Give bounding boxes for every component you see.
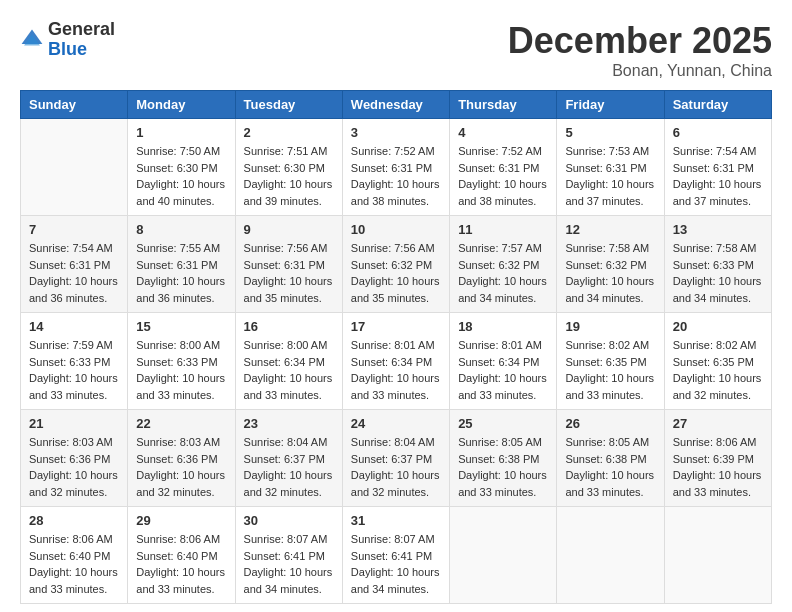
day-info: Sunrise: 7:52 AM Sunset: 6:31 PM Dayligh… <box>458 143 548 209</box>
day-number: 9 <box>244 222 334 237</box>
calendar-day-11: 11Sunrise: 7:57 AM Sunset: 6:32 PM Dayli… <box>450 216 557 313</box>
page-header: General Blue December 2025 Bonan, Yunnan… <box>20 20 772 80</box>
day-info: Sunrise: 8:00 AM Sunset: 6:33 PM Dayligh… <box>136 337 226 403</box>
day-info: Sunrise: 7:51 AM Sunset: 6:30 PM Dayligh… <box>244 143 334 209</box>
calendar-week-4: 21Sunrise: 8:03 AM Sunset: 6:36 PM Dayli… <box>21 410 772 507</box>
day-number: 6 <box>673 125 763 140</box>
day-info: Sunrise: 8:01 AM Sunset: 6:34 PM Dayligh… <box>458 337 548 403</box>
logo-icon <box>20 28 44 52</box>
calendar-day-19: 19Sunrise: 8:02 AM Sunset: 6:35 PM Dayli… <box>557 313 664 410</box>
calendar-day-5: 5Sunrise: 7:53 AM Sunset: 6:31 PM Daylig… <box>557 119 664 216</box>
calendar-day-empty <box>664 507 771 604</box>
weekday-header-sunday: Sunday <box>21 91 128 119</box>
calendar-day-27: 27Sunrise: 8:06 AM Sunset: 6:39 PM Dayli… <box>664 410 771 507</box>
day-number: 20 <box>673 319 763 334</box>
calendar-day-14: 14Sunrise: 7:59 AM Sunset: 6:33 PM Dayli… <box>21 313 128 410</box>
day-info: Sunrise: 8:03 AM Sunset: 6:36 PM Dayligh… <box>136 434 226 500</box>
calendar-table: SundayMondayTuesdayWednesdayThursdayFrid… <box>20 90 772 604</box>
day-info: Sunrise: 8:01 AM Sunset: 6:34 PM Dayligh… <box>351 337 441 403</box>
day-info: Sunrise: 7:56 AM Sunset: 6:32 PM Dayligh… <box>351 240 441 306</box>
day-info: Sunrise: 8:07 AM Sunset: 6:41 PM Dayligh… <box>351 531 441 597</box>
day-info: Sunrise: 7:58 AM Sunset: 6:32 PM Dayligh… <box>565 240 655 306</box>
day-info: Sunrise: 8:05 AM Sunset: 6:38 PM Dayligh… <box>458 434 548 500</box>
day-info: Sunrise: 7:57 AM Sunset: 6:32 PM Dayligh… <box>458 240 548 306</box>
day-number: 12 <box>565 222 655 237</box>
logo: General Blue <box>20 20 115 60</box>
weekday-header-friday: Friday <box>557 91 664 119</box>
day-number: 5 <box>565 125 655 140</box>
day-number: 19 <box>565 319 655 334</box>
day-number: 25 <box>458 416 548 431</box>
calendar-day-1: 1Sunrise: 7:50 AM Sunset: 6:30 PM Daylig… <box>128 119 235 216</box>
month-title: December 2025 <box>508 20 772 62</box>
day-info: Sunrise: 7:52 AM Sunset: 6:31 PM Dayligh… <box>351 143 441 209</box>
day-info: Sunrise: 8:05 AM Sunset: 6:38 PM Dayligh… <box>565 434 655 500</box>
day-info: Sunrise: 8:02 AM Sunset: 6:35 PM Dayligh… <box>565 337 655 403</box>
calendar-day-7: 7Sunrise: 7:54 AM Sunset: 6:31 PM Daylig… <box>21 216 128 313</box>
day-number: 29 <box>136 513 226 528</box>
day-info: Sunrise: 8:07 AM Sunset: 6:41 PM Dayligh… <box>244 531 334 597</box>
logo-text: General Blue <box>48 20 115 60</box>
calendar-day-empty <box>21 119 128 216</box>
calendar-day-15: 15Sunrise: 8:00 AM Sunset: 6:33 PM Dayli… <box>128 313 235 410</box>
calendar-day-16: 16Sunrise: 8:00 AM Sunset: 6:34 PM Dayli… <box>235 313 342 410</box>
calendar-day-20: 20Sunrise: 8:02 AM Sunset: 6:35 PM Dayli… <box>664 313 771 410</box>
day-number: 21 <box>29 416 119 431</box>
day-number: 1 <box>136 125 226 140</box>
location: Bonan, Yunnan, China <box>508 62 772 80</box>
day-number: 13 <box>673 222 763 237</box>
day-number: 17 <box>351 319 441 334</box>
weekday-header-saturday: Saturday <box>664 91 771 119</box>
logo-blue: Blue <box>48 39 87 59</box>
calendar-day-empty <box>557 507 664 604</box>
calendar-day-22: 22Sunrise: 8:03 AM Sunset: 6:36 PM Dayli… <box>128 410 235 507</box>
day-info: Sunrise: 8:06 AM Sunset: 6:40 PM Dayligh… <box>29 531 119 597</box>
day-info: Sunrise: 7:54 AM Sunset: 6:31 PM Dayligh… <box>29 240 119 306</box>
calendar-day-26: 26Sunrise: 8:05 AM Sunset: 6:38 PM Dayli… <box>557 410 664 507</box>
day-number: 18 <box>458 319 548 334</box>
day-number: 24 <box>351 416 441 431</box>
day-info: Sunrise: 8:04 AM Sunset: 6:37 PM Dayligh… <box>244 434 334 500</box>
day-number: 10 <box>351 222 441 237</box>
calendar-week-1: 1Sunrise: 7:50 AM Sunset: 6:30 PM Daylig… <box>21 119 772 216</box>
weekday-header-thursday: Thursday <box>450 91 557 119</box>
calendar-day-23: 23Sunrise: 8:04 AM Sunset: 6:37 PM Dayli… <box>235 410 342 507</box>
calendar-day-12: 12Sunrise: 7:58 AM Sunset: 6:32 PM Dayli… <box>557 216 664 313</box>
day-number: 7 <box>29 222 119 237</box>
calendar-day-17: 17Sunrise: 8:01 AM Sunset: 6:34 PM Dayli… <box>342 313 449 410</box>
day-number: 14 <box>29 319 119 334</box>
weekday-header-monday: Monday <box>128 91 235 119</box>
calendar-day-28: 28Sunrise: 8:06 AM Sunset: 6:40 PM Dayli… <box>21 507 128 604</box>
calendar-day-10: 10Sunrise: 7:56 AM Sunset: 6:32 PM Dayli… <box>342 216 449 313</box>
calendar-week-5: 28Sunrise: 8:06 AM Sunset: 6:40 PM Dayli… <box>21 507 772 604</box>
calendar-day-24: 24Sunrise: 8:04 AM Sunset: 6:37 PM Dayli… <box>342 410 449 507</box>
day-info: Sunrise: 8:02 AM Sunset: 6:35 PM Dayligh… <box>673 337 763 403</box>
calendar-day-3: 3Sunrise: 7:52 AM Sunset: 6:31 PM Daylig… <box>342 119 449 216</box>
day-info: Sunrise: 7:50 AM Sunset: 6:30 PM Dayligh… <box>136 143 226 209</box>
calendar-day-2: 2Sunrise: 7:51 AM Sunset: 6:30 PM Daylig… <box>235 119 342 216</box>
calendar-day-8: 8Sunrise: 7:55 AM Sunset: 6:31 PM Daylig… <box>128 216 235 313</box>
day-number: 15 <box>136 319 226 334</box>
day-number: 16 <box>244 319 334 334</box>
calendar-day-13: 13Sunrise: 7:58 AM Sunset: 6:33 PM Dayli… <box>664 216 771 313</box>
calendar-day-31: 31Sunrise: 8:07 AM Sunset: 6:41 PM Dayli… <box>342 507 449 604</box>
weekday-header-wednesday: Wednesday <box>342 91 449 119</box>
day-number: 30 <box>244 513 334 528</box>
day-info: Sunrise: 7:56 AM Sunset: 6:31 PM Dayligh… <box>244 240 334 306</box>
day-info: Sunrise: 8:00 AM Sunset: 6:34 PM Dayligh… <box>244 337 334 403</box>
day-info: Sunrise: 7:53 AM Sunset: 6:31 PM Dayligh… <box>565 143 655 209</box>
day-number: 27 <box>673 416 763 431</box>
calendar-day-21: 21Sunrise: 8:03 AM Sunset: 6:36 PM Dayli… <box>21 410 128 507</box>
day-info: Sunrise: 8:06 AM Sunset: 6:40 PM Dayligh… <box>136 531 226 597</box>
calendar-day-29: 29Sunrise: 8:06 AM Sunset: 6:40 PM Dayli… <box>128 507 235 604</box>
calendar-day-4: 4Sunrise: 7:52 AM Sunset: 6:31 PM Daylig… <box>450 119 557 216</box>
calendar-day-18: 18Sunrise: 8:01 AM Sunset: 6:34 PM Dayli… <box>450 313 557 410</box>
day-info: Sunrise: 7:55 AM Sunset: 6:31 PM Dayligh… <box>136 240 226 306</box>
day-number: 26 <box>565 416 655 431</box>
day-number: 22 <box>136 416 226 431</box>
calendar-day-25: 25Sunrise: 8:05 AM Sunset: 6:38 PM Dayli… <box>450 410 557 507</box>
day-number: 4 <box>458 125 548 140</box>
day-number: 2 <box>244 125 334 140</box>
calendar-day-empty <box>450 507 557 604</box>
day-number: 23 <box>244 416 334 431</box>
